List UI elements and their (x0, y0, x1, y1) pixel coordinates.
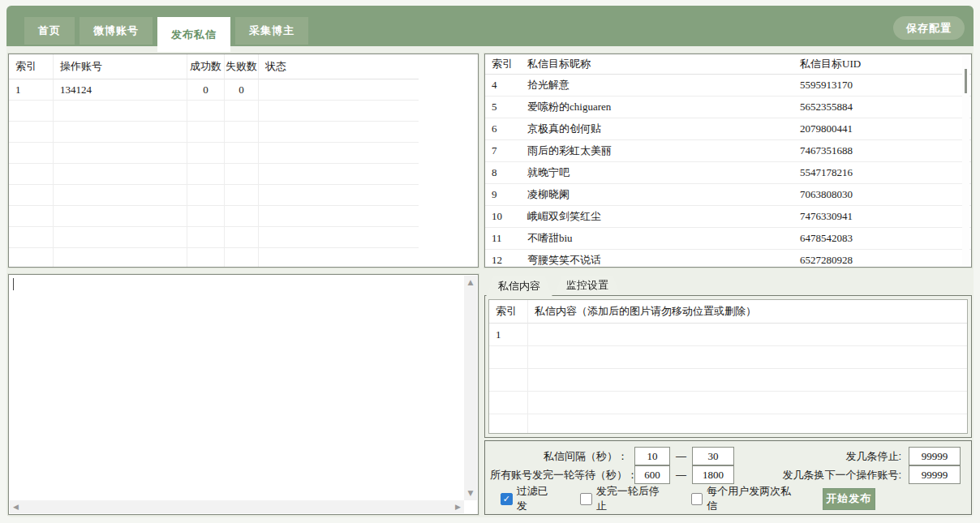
column-header: 状态 (259, 54, 419, 79)
interval-max-input[interactable] (692, 447, 734, 465)
table-cell (187, 206, 225, 227)
content-table-header: 索引私信内容（添加后的图片请勿移动位置或删除） (489, 300, 967, 324)
column-header: 成功数 (187, 54, 225, 79)
tab-首页[interactable]: 首页 (24, 17, 75, 45)
table-cell (187, 122, 225, 143)
table-cell (9, 164, 54, 185)
column-header: 操作账号 (54, 54, 187, 79)
scrollbar-thumb[interactable] (965, 69, 967, 93)
table-cell: 就晚宁吧 (521, 162, 793, 184)
table-row-empty (9, 227, 478, 248)
column-header: 私信目标UID (793, 54, 971, 75)
round-wait-min-input[interactable] (634, 465, 670, 484)
table-row[interactable]: 11不嗜甜biu6478542083 (485, 228, 971, 250)
table-cell (9, 248, 54, 268)
stop-count-input[interactable] (909, 447, 961, 465)
app-window: 首页微博账号发布私信采集博主 保存配置 索引操作账号成功数失败数状态 11341… (0, 0, 980, 523)
table-cell: 5547178216 (793, 162, 971, 184)
scroll-right-icon[interactable]: ▶ (452, 500, 464, 514)
tab-采集博主[interactable]: 采集博主 (235, 17, 308, 45)
range-dash: — (676, 450, 686, 462)
table-cell: 6478542083 (793, 228, 971, 250)
table-cell: 0 (225, 79, 259, 101)
checkbox-box[interactable]: ✓ (501, 493, 513, 505)
table-cell (187, 101, 225, 122)
horizontal-scrollbar[interactable]: ◀ ▶ (10, 500, 464, 513)
table-row[interactable]: 8就晚宁吧5547178216 (485, 162, 971, 184)
tab-微博账号[interactable]: 微博账号 (80, 17, 153, 45)
table-cell (54, 143, 187, 164)
table-cell: 1 (9, 79, 54, 101)
top-tabs: 首页微博账号发布私信采集博主 (24, 17, 308, 52)
table-row[interactable]: 10峨嵋双剑笑红尘7476330941 (485, 206, 971, 228)
table-row[interactable]: 6京极真的创何贴2079800441 (485, 118, 971, 140)
table-row[interactable]: 7雨后的彩虹太美丽7467351688 (485, 140, 971, 162)
table-cell (259, 185, 419, 206)
message-content-table: 索引私信内容（添加后的图片请勿移动位置或删除） 1 (488, 299, 968, 434)
column-header: 索引 (489, 300, 528, 324)
targets-scrollbar[interactable] (962, 56, 969, 265)
table-row[interactable]: 113412400 (9, 79, 478, 101)
table-cell (259, 79, 419, 101)
interval-min-input[interactable] (634, 447, 670, 465)
table-row[interactable]: 5爱嗦粉的chiguaren5652355884 (485, 96, 971, 118)
log-textarea[interactable]: ▲ ▼ ◀ ▶ (8, 274, 479, 515)
table-row-empty (489, 392, 967, 414)
content-tab-strip: 私信内容监控设置 (486, 276, 621, 297)
column-header: 索引 (9, 54, 54, 79)
switch-account-input[interactable] (909, 465, 961, 484)
table-cell (54, 101, 187, 122)
table-cell: 5652355884 (793, 96, 971, 118)
save-config-button[interactable]: 保存配置 (893, 16, 965, 40)
table-row-empty (9, 122, 478, 143)
checkbox-box[interactable] (691, 493, 703, 505)
table-cell (9, 143, 54, 164)
table-cell: 弯腰笑笑不说话 (521, 250, 793, 268)
table-cell (489, 392, 528, 414)
table-row[interactable]: 4拾光解意5595913170 (485, 75, 971, 96)
table-cell (489, 346, 528, 369)
table-cell: 不嗜甜biu (521, 228, 793, 250)
table-cell: 7 (485, 140, 521, 162)
table-row-empty (489, 414, 967, 434)
round-wait-max-input[interactable] (692, 465, 734, 484)
table-cell (225, 143, 259, 164)
table-cell: 5 (485, 96, 521, 118)
table-cell: 134124 (54, 79, 187, 101)
column-header: 私信目标昵称 (521, 54, 793, 75)
table-row-empty (9, 248, 478, 268)
table-cell (9, 206, 54, 227)
table-cell (225, 122, 259, 143)
content-table-body: 1 (489, 324, 967, 434)
table-row[interactable]: 12弯腰笑笑不说话6527280928 (485, 250, 971, 268)
checkbox-box[interactable] (580, 493, 592, 505)
checkbox-每个用户发两次私信[interactable]: 每个用户发两次私信 (691, 484, 801, 513)
checkbox-发完一轮后停止[interactable]: 发完一轮后停止 (580, 484, 669, 513)
accounts-table-panel: 索引操作账号成功数失败数状态 113412400 (8, 54, 479, 268)
table-cell: 0 (187, 79, 225, 101)
table-cell: 11 (485, 228, 521, 250)
scroll-left-icon[interactable]: ◀ (10, 500, 22, 514)
table-cell (489, 369, 528, 392)
table-cell (187, 143, 225, 164)
table-row[interactable]: 9凌柳晓阑7063808030 (485, 184, 971, 206)
table-cell: 6 (485, 118, 521, 140)
tab-发布私信[interactable]: 发布私信 (157, 17, 230, 52)
table-cell (259, 143, 419, 164)
switch-account-label: 发几条换下一个操作账号: (734, 468, 901, 482)
scroll-up-icon[interactable]: ▲ (465, 276, 477, 289)
start-publish-button[interactable]: 开始发布 (823, 488, 875, 510)
scroll-down-icon[interactable]: ▼ (465, 487, 477, 500)
table-row[interactable]: 1 (489, 324, 967, 346)
table-cell (259, 101, 419, 122)
column-header: 索引 (485, 54, 521, 75)
checkbox-过滤已发[interactable]: ✓过滤已发 (501, 484, 558, 513)
vertical-scrollbar[interactable]: ▲ ▼ (464, 276, 477, 500)
content-tab-监控设置[interactable]: 监控设置 (554, 276, 621, 295)
round-wait-row: 所有账号发完一轮等待（秒）： — 发几条换下一个操作账号: (490, 465, 966, 484)
table-cell: 爱嗦粉的chiguaren (521, 96, 793, 118)
table-cell: 10 (485, 206, 521, 228)
content-tab-私信内容[interactable]: 私信内容 (486, 276, 552, 297)
column-header: 失败数 (225, 54, 259, 79)
table-cell: 8 (485, 162, 521, 184)
